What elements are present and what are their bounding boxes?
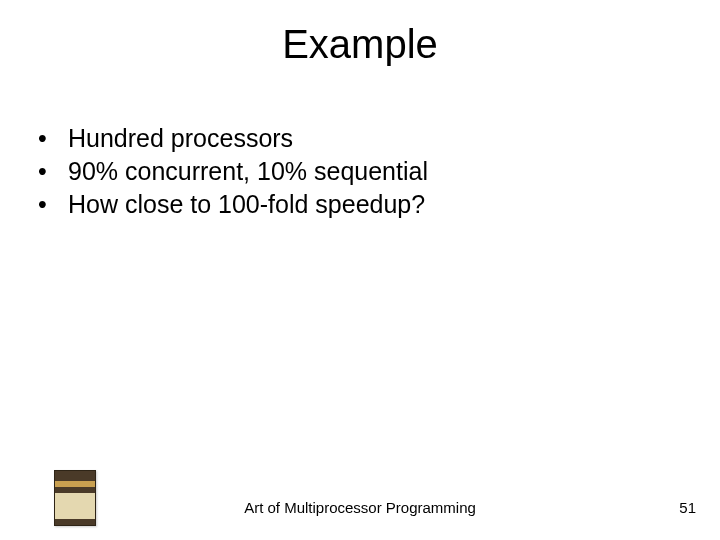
bullet-dot: • <box>38 122 68 155</box>
page-number: 51 <box>679 499 696 516</box>
bullet-dot: • <box>38 155 68 188</box>
list-item-text: 90% concurrent, 10% sequential <box>68 155 428 188</box>
list-item-text: Hundred processors <box>68 122 293 155</box>
slide: Example •Hundred processors •90% concurr… <box>0 0 720 540</box>
bullet-list: •Hundred processors •90% concurrent, 10%… <box>38 122 428 221</box>
list-item-text: How close to 100-fold speedup? <box>68 188 425 221</box>
footer-text: Art of Multiprocessor Programming <box>0 499 720 516</box>
list-item: •How close to 100-fold speedup? <box>38 188 428 221</box>
bullet-dot: • <box>38 188 68 221</box>
slide-title: Example <box>0 22 720 67</box>
list-item: •90% concurrent, 10% sequential <box>38 155 428 188</box>
list-item: •Hundred processors <box>38 122 428 155</box>
book-icon <box>54 470 96 526</box>
